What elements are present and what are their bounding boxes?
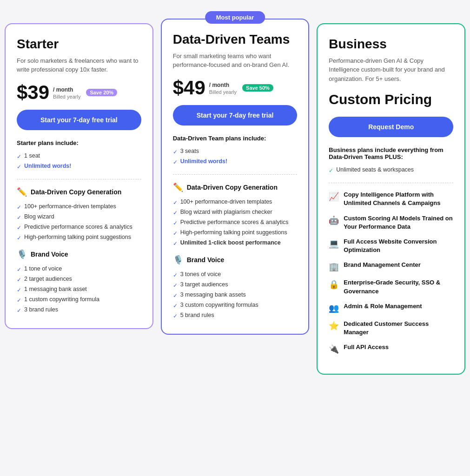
business-includes-label: Business plans include everything from D… — [329, 146, 453, 160]
feature-text: 100+ performance-driven templates — [24, 203, 116, 210]
data-driven-base-features: ✓ 3 seats ✓ Unlimited words! — [173, 146, 298, 167]
feature-text: 3 messaging bank assets — [180, 291, 246, 298]
check-icon: ✓ — [173, 210, 178, 216]
business-feature-3: 💻 Full Access Website Conversion Optimiz… — [329, 238, 453, 254]
business-feature-text-4: Brand Management Center — [344, 261, 420, 269]
feature-text: 1 tone of voice — [24, 265, 62, 272]
feature-text: 3 brand rules — [24, 306, 58, 313]
feature-text: Predictive performance scores & analytic… — [24, 224, 132, 230]
business-plan-desc: Performance-driven Gen AI & Copy Intelli… — [329, 56, 453, 84]
business-feature-text-7: Dedicated Customer Success Manager — [344, 320, 453, 337]
feature-text: 1 messaging bank asset — [24, 286, 87, 292]
feature-text: 2 target audiences — [24, 276, 72, 282]
list-item: ✓3 messaging bank assets — [173, 290, 298, 300]
starter-period: / month — [53, 86, 80, 93]
data-driven-period: / month — [209, 82, 237, 88]
list-item: ✓High-performing talking point suggestio… — [173, 228, 298, 238]
check-icon: ✓ — [173, 282, 178, 289]
data-driven-includes-label: Data-Driven Team plans include: — [173, 135, 298, 142]
list-item: ✓1 tone of voice — [17, 264, 141, 274]
popular-badge: Most popular — [205, 11, 265, 24]
data-driven-cta-button[interactable]: Start your 7-day free trial — [173, 105, 298, 126]
custom-pricing-label: Custom Pricing — [329, 92, 453, 107]
data-driven-price-details: / month Billed yearly — [209, 78, 237, 95]
starter-section1-features: ✓100+ performance-driven templates ✓Blog… — [17, 202, 141, 243]
divider — [329, 183, 453, 183]
feature-text: Blog wizard — [24, 213, 54, 220]
check-icon: ✓ — [173, 220, 178, 226]
feature-text: High-performing talking point suggestion… — [180, 229, 287, 236]
data-driven-price: $49 — [173, 78, 205, 98]
business-feature-text-2: Custom Scoring AI Models Trained on Your… — [344, 214, 453, 231]
business-feature-text-6: Admin & Role Management — [344, 302, 422, 311]
feature-text: 5 brand rules — [180, 312, 214, 318]
business-feature-4: 🏢 Brand Management Center — [329, 261, 453, 272]
divider — [173, 174, 298, 175]
starter-base-features: ✓ 1 seat ✓ Unlimited words! — [17, 151, 141, 172]
data-driven-section2-header: 🎙️ Brand Voice — [173, 255, 298, 265]
check-icon: ✓ — [173, 230, 178, 237]
check-icon: ✓ — [17, 266, 21, 273]
check-icon: ✓ — [17, 297, 21, 304]
check-icon: ✓ — [173, 313, 178, 319]
starter-cta-button[interactable]: Start your 7-day free trial — [17, 110, 141, 130]
starter-section2-title: Brand Voice — [31, 251, 68, 258]
starter-plan-name: Starter — [17, 37, 141, 52]
data-driven-section2-features: ✓3 tones of voice ✓3 target audiences ✓3… — [173, 270, 298, 321]
data-driven-section1-header: ✏️ Data-Driven Copy Generation — [173, 182, 298, 192]
starter-section1-header: ✏️ Data-Driven Copy Generation — [17, 187, 141, 197]
pricing-container: Starter For solo marketers & freelancers… — [5, 9, 465, 375]
check-icon: ✓ — [17, 153, 21, 160]
website-icon: 💻 — [329, 238, 339, 249]
business-cta-button[interactable]: Request Demo — [329, 117, 453, 137]
feature-text: 3 custom copywriting formulas — [180, 302, 258, 308]
business-feature-6: 👥 Admin & Role Management — [329, 302, 453, 313]
data-driven-section1-title: Data-Driven Copy Generation — [187, 184, 278, 191]
check-icon: ✓ — [173, 240, 178, 247]
business-base-features: ✓ Unlimited seats & workspaces — [329, 165, 453, 175]
divider — [17, 179, 141, 179]
data-driven-plan-name: Data-Driven Teams — [173, 33, 298, 47]
list-item: ✓ 1 seat — [17, 151, 141, 161]
business-feature-5: 🔒 Enterprise-Grade Security, SSO & Gover… — [329, 278, 453, 295]
list-item: ✓3 brand rules — [17, 305, 141, 315]
starter-plan-desc: For solo marketers & freelancers who wan… — [17, 56, 141, 74]
starter-section1-title: Data-Driven Copy Generation — [31, 188, 121, 196]
starter-card: Starter For solo marketers & freelancers… — [5, 23, 153, 329]
check-icon: ✓ — [17, 204, 21, 211]
feature-text: 100+ performance-driven templates — [180, 198, 272, 205]
chart-icon: 📈 — [329, 192, 339, 202]
starter-includes-label: Starter plans include: — [17, 139, 141, 146]
list-item: ✓Blog wizard — [17, 212, 141, 222]
pencil-icon: ✏️ — [173, 182, 183, 192]
brand-icon: 🏢 — [329, 262, 339, 272]
business-card: Business Performance-driven Gen AI & Cop… — [317, 23, 465, 375]
feature-text: 3 target audiences — [180, 281, 228, 288]
check-icon: ✓ — [329, 167, 333, 174]
starter-price-row: $39 / month Billed yearly Save 20% — [17, 83, 141, 102]
check-icon: ✓ — [173, 292, 178, 299]
starter-price: $39 — [17, 83, 49, 102]
business-feature-text-1: Copy Intelligence Platform with Unlimite… — [344, 191, 453, 207]
check-icon: ✓ — [17, 214, 21, 221]
data-driven-section2-title: Brand Voice — [187, 256, 225, 264]
ai-icon: 🤖 — [329, 215, 339, 225]
data-driven-card: Most popular Data-Driven Teams For small… — [161, 19, 310, 335]
check-icon: ✓ — [17, 225, 21, 231]
check-icon: ✓ — [173, 272, 178, 278]
business-plan-name: Business — [329, 37, 453, 52]
list-item: ✓3 target audiences — [173, 280, 298, 290]
list-item: ✓High-performing talking point suggestio… — [17, 232, 141, 243]
check-icon: ✓ — [173, 303, 178, 309]
list-item: ✓Predictive performance scores & analyti… — [173, 218, 298, 228]
check-icon: ✓ — [17, 307, 21, 314]
business-feature-8: 🔌 Full API Access — [329, 343, 453, 354]
list-item: ✓Unlimited 1-click boost performance — [173, 238, 298, 248]
starter-price-details: / month Billed yearly — [53, 83, 80, 99]
check-icon: ✓ — [17, 164, 21, 170]
business-feature-text-3: Full Access Website Conversion Optimizat… — [344, 238, 453, 254]
security-icon: 🔒 — [329, 279, 339, 290]
data-driven-plan-desc: For small marketing teams who want perfo… — [173, 52, 298, 70]
check-icon: ✓ — [173, 159, 178, 165]
business-feature-text-5: Enterprise-Grade Security, SSO & Governa… — [344, 278, 453, 295]
